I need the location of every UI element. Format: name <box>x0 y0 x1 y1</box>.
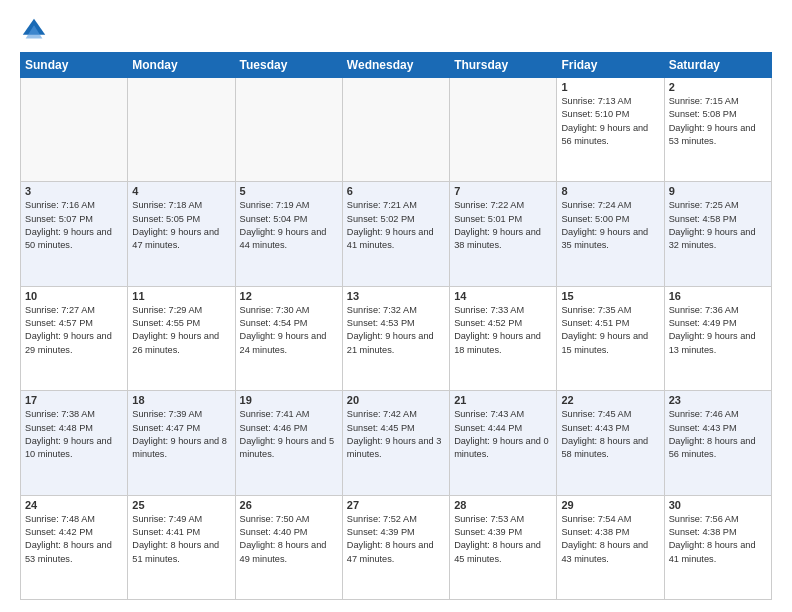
day-number: 4 <box>132 185 230 197</box>
day-cell-14: 14Sunrise: 7:33 AM Sunset: 4:52 PM Dayli… <box>450 286 557 390</box>
day-info: Sunrise: 7:16 AM Sunset: 5:07 PM Dayligh… <box>25 199 123 252</box>
weekday-header-monday: Monday <box>128 53 235 78</box>
day-number: 11 <box>132 290 230 302</box>
day-info: Sunrise: 7:36 AM Sunset: 4:49 PM Dayligh… <box>669 304 767 357</box>
day-info: Sunrise: 7:56 AM Sunset: 4:38 PM Dayligh… <box>669 513 767 566</box>
day-cell-7: 7Sunrise: 7:22 AM Sunset: 5:01 PM Daylig… <box>450 182 557 286</box>
day-info: Sunrise: 7:52 AM Sunset: 4:39 PM Dayligh… <box>347 513 445 566</box>
day-number: 9 <box>669 185 767 197</box>
day-info: Sunrise: 7:13 AM Sunset: 5:10 PM Dayligh… <box>561 95 659 148</box>
day-cell-25: 25Sunrise: 7:49 AM Sunset: 4:41 PM Dayli… <box>128 495 235 599</box>
day-cell-30: 30Sunrise: 7:56 AM Sunset: 4:38 PM Dayli… <box>664 495 771 599</box>
day-info: Sunrise: 7:54 AM Sunset: 4:38 PM Dayligh… <box>561 513 659 566</box>
day-number: 12 <box>240 290 338 302</box>
day-info: Sunrise: 7:53 AM Sunset: 4:39 PM Dayligh… <box>454 513 552 566</box>
day-cell-5: 5Sunrise: 7:19 AM Sunset: 5:04 PM Daylig… <box>235 182 342 286</box>
day-number: 27 <box>347 499 445 511</box>
day-number: 29 <box>561 499 659 511</box>
day-cell-23: 23Sunrise: 7:46 AM Sunset: 4:43 PM Dayli… <box>664 391 771 495</box>
day-cell-20: 20Sunrise: 7:42 AM Sunset: 4:45 PM Dayli… <box>342 391 449 495</box>
week-row-3: 17Sunrise: 7:38 AM Sunset: 4:48 PM Dayli… <box>21 391 772 495</box>
day-number: 8 <box>561 185 659 197</box>
day-info: Sunrise: 7:15 AM Sunset: 5:08 PM Dayligh… <box>669 95 767 148</box>
day-info: Sunrise: 7:27 AM Sunset: 4:57 PM Dayligh… <box>25 304 123 357</box>
day-info: Sunrise: 7:48 AM Sunset: 4:42 PM Dayligh… <box>25 513 123 566</box>
day-info: Sunrise: 7:46 AM Sunset: 4:43 PM Dayligh… <box>669 408 767 461</box>
day-info: Sunrise: 7:21 AM Sunset: 5:02 PM Dayligh… <box>347 199 445 252</box>
day-info: Sunrise: 7:50 AM Sunset: 4:40 PM Dayligh… <box>240 513 338 566</box>
day-number: 22 <box>561 394 659 406</box>
day-number: 6 <box>347 185 445 197</box>
empty-cell <box>450 78 557 182</box>
empty-cell <box>128 78 235 182</box>
day-number: 10 <box>25 290 123 302</box>
day-number: 16 <box>669 290 767 302</box>
day-number: 24 <box>25 499 123 511</box>
day-cell-28: 28Sunrise: 7:53 AM Sunset: 4:39 PM Dayli… <box>450 495 557 599</box>
day-cell-26: 26Sunrise: 7:50 AM Sunset: 4:40 PM Dayli… <box>235 495 342 599</box>
day-cell-18: 18Sunrise: 7:39 AM Sunset: 4:47 PM Dayli… <box>128 391 235 495</box>
day-cell-27: 27Sunrise: 7:52 AM Sunset: 4:39 PM Dayli… <box>342 495 449 599</box>
empty-cell <box>342 78 449 182</box>
weekday-header-saturday: Saturday <box>664 53 771 78</box>
day-cell-15: 15Sunrise: 7:35 AM Sunset: 4:51 PM Dayli… <box>557 286 664 390</box>
day-cell-21: 21Sunrise: 7:43 AM Sunset: 4:44 PM Dayli… <box>450 391 557 495</box>
day-cell-11: 11Sunrise: 7:29 AM Sunset: 4:55 PM Dayli… <box>128 286 235 390</box>
day-cell-12: 12Sunrise: 7:30 AM Sunset: 4:54 PM Dayli… <box>235 286 342 390</box>
page: SundayMondayTuesdayWednesdayThursdayFrid… <box>0 0 792 612</box>
day-info: Sunrise: 7:38 AM Sunset: 4:48 PM Dayligh… <box>25 408 123 461</box>
day-cell-2: 2Sunrise: 7:15 AM Sunset: 5:08 PM Daylig… <box>664 78 771 182</box>
day-info: Sunrise: 7:35 AM Sunset: 4:51 PM Dayligh… <box>561 304 659 357</box>
weekday-header-row: SundayMondayTuesdayWednesdayThursdayFrid… <box>21 53 772 78</box>
day-cell-13: 13Sunrise: 7:32 AM Sunset: 4:53 PM Dayli… <box>342 286 449 390</box>
day-cell-19: 19Sunrise: 7:41 AM Sunset: 4:46 PM Dayli… <box>235 391 342 495</box>
day-number: 14 <box>454 290 552 302</box>
week-row-4: 24Sunrise: 7:48 AM Sunset: 4:42 PM Dayli… <box>21 495 772 599</box>
day-number: 28 <box>454 499 552 511</box>
header <box>20 16 772 44</box>
logo <box>20 16 52 44</box>
day-number: 26 <box>240 499 338 511</box>
week-row-0: 1Sunrise: 7:13 AM Sunset: 5:10 PM Daylig… <box>21 78 772 182</box>
weekday-header-tuesday: Tuesday <box>235 53 342 78</box>
day-cell-17: 17Sunrise: 7:38 AM Sunset: 4:48 PM Dayli… <box>21 391 128 495</box>
day-info: Sunrise: 7:42 AM Sunset: 4:45 PM Dayligh… <box>347 408 445 461</box>
day-info: Sunrise: 7:30 AM Sunset: 4:54 PM Dayligh… <box>240 304 338 357</box>
day-info: Sunrise: 7:41 AM Sunset: 4:46 PM Dayligh… <box>240 408 338 461</box>
day-number: 20 <box>347 394 445 406</box>
day-cell-1: 1Sunrise: 7:13 AM Sunset: 5:10 PM Daylig… <box>557 78 664 182</box>
day-number: 23 <box>669 394 767 406</box>
day-info: Sunrise: 7:32 AM Sunset: 4:53 PM Dayligh… <box>347 304 445 357</box>
calendar: SundayMondayTuesdayWednesdayThursdayFrid… <box>20 52 772 600</box>
day-info: Sunrise: 7:19 AM Sunset: 5:04 PM Dayligh… <box>240 199 338 252</box>
day-info: Sunrise: 7:33 AM Sunset: 4:52 PM Dayligh… <box>454 304 552 357</box>
weekday-header-sunday: Sunday <box>21 53 128 78</box>
weekday-header-thursday: Thursday <box>450 53 557 78</box>
day-info: Sunrise: 7:24 AM Sunset: 5:00 PM Dayligh… <box>561 199 659 252</box>
day-info: Sunrise: 7:39 AM Sunset: 4:47 PM Dayligh… <box>132 408 230 461</box>
day-number: 5 <box>240 185 338 197</box>
day-number: 7 <box>454 185 552 197</box>
day-cell-22: 22Sunrise: 7:45 AM Sunset: 4:43 PM Dayli… <box>557 391 664 495</box>
day-cell-9: 9Sunrise: 7:25 AM Sunset: 4:58 PM Daylig… <box>664 182 771 286</box>
calendar-table: SundayMondayTuesdayWednesdayThursdayFrid… <box>20 52 772 600</box>
day-cell-4: 4Sunrise: 7:18 AM Sunset: 5:05 PM Daylig… <box>128 182 235 286</box>
day-cell-24: 24Sunrise: 7:48 AM Sunset: 4:42 PM Dayli… <box>21 495 128 599</box>
day-cell-3: 3Sunrise: 7:16 AM Sunset: 5:07 PM Daylig… <box>21 182 128 286</box>
day-number: 3 <box>25 185 123 197</box>
weekday-header-wednesday: Wednesday <box>342 53 449 78</box>
day-info: Sunrise: 7:49 AM Sunset: 4:41 PM Dayligh… <box>132 513 230 566</box>
day-number: 30 <box>669 499 767 511</box>
day-number: 1 <box>561 81 659 93</box>
day-number: 2 <box>669 81 767 93</box>
day-info: Sunrise: 7:18 AM Sunset: 5:05 PM Dayligh… <box>132 199 230 252</box>
day-cell-29: 29Sunrise: 7:54 AM Sunset: 4:38 PM Dayli… <box>557 495 664 599</box>
empty-cell <box>235 78 342 182</box>
day-cell-6: 6Sunrise: 7:21 AM Sunset: 5:02 PM Daylig… <box>342 182 449 286</box>
day-info: Sunrise: 7:45 AM Sunset: 4:43 PM Dayligh… <box>561 408 659 461</box>
day-info: Sunrise: 7:22 AM Sunset: 5:01 PM Dayligh… <box>454 199 552 252</box>
day-cell-8: 8Sunrise: 7:24 AM Sunset: 5:00 PM Daylig… <box>557 182 664 286</box>
day-number: 25 <box>132 499 230 511</box>
week-row-1: 3Sunrise: 7:16 AM Sunset: 5:07 PM Daylig… <box>21 182 772 286</box>
day-number: 15 <box>561 290 659 302</box>
